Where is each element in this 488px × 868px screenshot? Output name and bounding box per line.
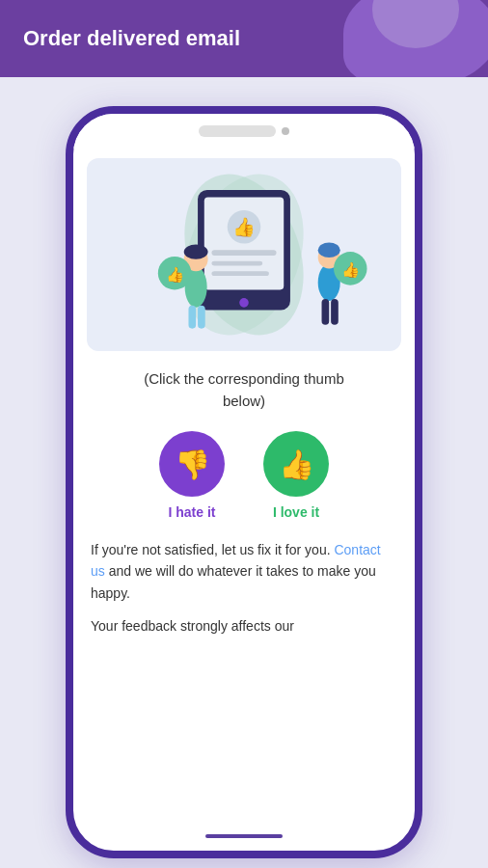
love-button[interactable]: 👍 [263,431,329,497]
svg-point-19 [318,243,340,258]
home-indicator [73,822,415,851]
svg-point-9 [239,298,249,308]
svg-text:👍: 👍 [341,260,361,279]
body-text: If you're not satisfied, let us fix it f… [73,526,415,610]
feedback-text: Your feedback strongly affects our [73,610,415,646]
svg-text:👍: 👍 [166,265,185,284]
thumbs-up-icon: 👍 [279,448,314,481]
illustration-svg: 👍 👍 [87,158,401,351]
page-title: Order delivered email [23,26,240,51]
love-label: I love it [273,504,319,520]
svg-rect-16 [198,306,205,329]
svg-rect-15 [188,306,196,329]
svg-rect-6 [211,271,268,276]
phone-mockup: 👍 👍 [66,106,422,858]
thumbs-down-icon: 👎 [175,448,210,481]
svg-text:👍: 👍 [232,216,256,238]
svg-rect-22 [322,299,330,325]
svg-rect-23 [331,299,339,325]
thumbs-row: 👎 I hate it 👍 I love it [73,421,415,526]
phone-wrapper: 👍 👍 [0,77,488,868]
hate-item: 👎 I hate it [159,431,225,520]
notch-bar [199,125,276,137]
svg-rect-4 [211,250,276,256]
phone-notch [73,114,415,149]
illustration-area: 👍 👍 [87,158,401,351]
love-item: 👍 I love it [263,431,329,520]
svg-rect-5 [211,261,262,266]
home-bar [205,834,283,838]
phone-content: 👍 👍 [73,149,415,822]
hate-button[interactable]: 👎 [159,431,225,497]
instruction-text: (Click the corresponding thumbbelow) [73,351,415,421]
notch-camera [282,127,289,135]
hate-label: I hate it [168,504,215,520]
svg-point-12 [184,244,208,258]
header: Order delivered email [0,0,488,77]
